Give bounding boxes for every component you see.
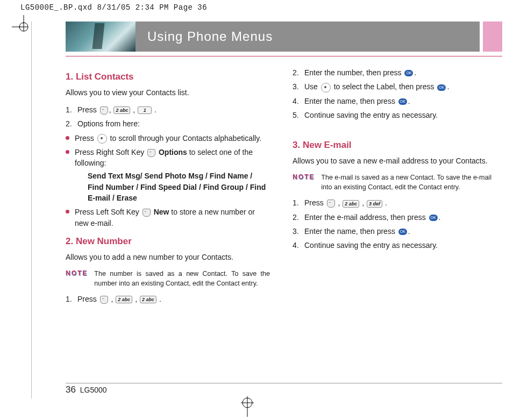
section-2-title: 2. New Number bbox=[66, 235, 270, 248]
keypad-key-3: 3 def bbox=[367, 200, 382, 208]
note-label: NOTE bbox=[66, 269, 88, 288]
step-number: 2. bbox=[293, 212, 301, 223]
left-column: 1. List Contacts Allows you to view your… bbox=[66, 64, 270, 308]
nav-wheel-icon bbox=[321, 83, 331, 92]
page-content: Using Phone Menus 1. List Contacts Allow… bbox=[31, 22, 502, 398]
bullet-text: Press Right Soft Key bbox=[75, 148, 146, 156]
step-text: Enter the number, then press bbox=[304, 68, 403, 77]
model-name: LG5000 bbox=[80, 386, 107, 394]
softkey-icon bbox=[100, 296, 108, 304]
step-text: Press bbox=[304, 198, 326, 207]
keypad-key-2: 2 abc bbox=[116, 296, 132, 303]
sec2-step-2: 2. Enter the number, then press OK. bbox=[293, 67, 497, 78]
step-text: Enter the e-mail address, then press bbox=[304, 213, 428, 222]
step-number: 2. bbox=[293, 67, 301, 78]
svg-point-2 bbox=[19, 23, 28, 31]
section-3-note: NOTE The e-mail is saved as a new Contac… bbox=[293, 173, 497, 192]
ok-button-icon: OK bbox=[398, 98, 407, 105]
sec2-step-1: 1. Press , 2 abc , 2 abc . bbox=[66, 294, 270, 304]
crop-mark-bottom-center bbox=[234, 395, 261, 417]
section-3-title: 3. New E-mail bbox=[293, 139, 497, 152]
options-label: Options bbox=[159, 148, 187, 156]
note-label: NOTE bbox=[293, 173, 315, 192]
new-label: New bbox=[154, 208, 169, 216]
step-text: Continue saving the entry as necessary. bbox=[304, 240, 438, 251]
keypad-key-2b: 2 abc bbox=[140, 296, 156, 303]
sec1-step-2: 2. Options from here: bbox=[66, 118, 270, 129]
sec1-bullet-2: Press Right Soft Key Options to select o… bbox=[66, 147, 270, 203]
document-filepath: LG5000E_.BP.qxd 8/31/05 2:34 PM Page 36 bbox=[20, 3, 207, 12]
sec1-bullet-1: Press to scroll through your Contacts al… bbox=[66, 133, 270, 144]
chapter-header: Using Phone Menus bbox=[66, 22, 502, 52]
section-2-note: NOTE The number is saved as a new Contac… bbox=[66, 269, 270, 288]
section-1-intro: Allows you to view your Contacts list. bbox=[66, 87, 270, 98]
step-number: 4. bbox=[293, 240, 301, 251]
header-photo bbox=[66, 22, 136, 52]
step-text: Press bbox=[77, 105, 99, 114]
footer-rule bbox=[66, 383, 502, 383]
note-text: The number is saved as a new Contact. To… bbox=[94, 269, 270, 288]
softkey-icon bbox=[327, 200, 335, 208]
sec2-step-4: 4. Enter the name, then press OK. bbox=[293, 96, 497, 106]
body-columns: 1. List Contacts Allows you to view your… bbox=[66, 64, 502, 308]
bullet-text: to scroll through your Contacts alphabet… bbox=[110, 134, 261, 143]
sec2-step-3: 3. Use to select the Label, then press O… bbox=[293, 81, 497, 92]
sec3-step-2: 2. Enter the e-mail address, then press … bbox=[293, 212, 497, 223]
keypad-key-2: 2 abc bbox=[343, 200, 359, 208]
page-footer: 36 LG5000 bbox=[66, 385, 107, 395]
header-accent-tab bbox=[483, 22, 502, 52]
step-number: 1. bbox=[66, 294, 74, 304]
sec2-step-5: 5. Continue saving the entry as necessar… bbox=[293, 110, 497, 120]
note-text: The e-mail is saved as a new Contact. To… bbox=[321, 173, 497, 192]
sec3-step-3: 3. Enter the name, then press OK. bbox=[293, 226, 497, 237]
bullet-icon bbox=[66, 136, 69, 140]
softkey-icon bbox=[142, 209, 151, 217]
section-3-intro: Allows you to save a new e-mail address … bbox=[293, 155, 497, 166]
step-text: Options from here: bbox=[77, 118, 140, 129]
bullet-text: Press Left Soft Key bbox=[75, 208, 141, 216]
bullet-icon bbox=[66, 210, 69, 213]
step-number: 1. bbox=[66, 104, 74, 115]
keypad-key-1: 1 bbox=[138, 106, 152, 114]
softkey-icon bbox=[100, 106, 108, 115]
step-text: Continue saving the entry as necessary. bbox=[304, 110, 438, 120]
keypad-key-2: 2 abc bbox=[113, 106, 130, 114]
section-1-title: 1. List Contacts bbox=[66, 70, 270, 84]
step-text: to select the Label, then press bbox=[334, 82, 437, 91]
ok-button-icon: OK bbox=[398, 229, 407, 235]
bullet-text: Press bbox=[75, 134, 96, 143]
step-number: 1. bbox=[293, 197, 301, 208]
ok-button-icon: OK bbox=[437, 84, 446, 91]
sec1-bullet-3: Press Left Soft Key New to store a new n… bbox=[66, 207, 270, 229]
softkey-icon bbox=[147, 149, 155, 157]
step-text: Enter the name, then press bbox=[304, 97, 397, 105]
sec3-step-4: 4. Continue saving the entry as necessar… bbox=[293, 240, 497, 251]
step-number: 2. bbox=[66, 118, 74, 129]
step-text: Press bbox=[77, 295, 99, 303]
step-text: Enter the name, then press bbox=[304, 227, 397, 236]
bullet-icon bbox=[66, 150, 69, 154]
step-number: 3. bbox=[293, 81, 301, 92]
step-number: 4. bbox=[293, 96, 301, 106]
svg-point-5 bbox=[243, 398, 252, 408]
sec1-step-1: 1. Press , 2 abc , 1 . bbox=[66, 104, 270, 115]
right-column: 2. Enter the number, then press OK. 3. U… bbox=[293, 64, 497, 308]
page-number: 36 bbox=[66, 385, 76, 395]
step-text: Use bbox=[304, 82, 320, 91]
header-underline bbox=[66, 56, 502, 56]
ok-button-icon: OK bbox=[404, 70, 413, 76]
section-2-intro: Allows you to add a new number to your C… bbox=[66, 252, 270, 262]
ok-button-icon: OK bbox=[429, 215, 438, 221]
options-list: Send Text Msg/ Send Photo Msg / Find Nam… bbox=[75, 170, 270, 203]
step-number: 3. bbox=[293, 226, 301, 237]
nav-wheel-icon bbox=[97, 134, 107, 144]
chapter-title: Using Phone Menus bbox=[136, 22, 480, 52]
step-number: 5. bbox=[293, 110, 301, 120]
sec3-step-1: 1. Press , 2 abc , 3 def . bbox=[293, 197, 497, 208]
left-margin-rule bbox=[31, 22, 32, 398]
